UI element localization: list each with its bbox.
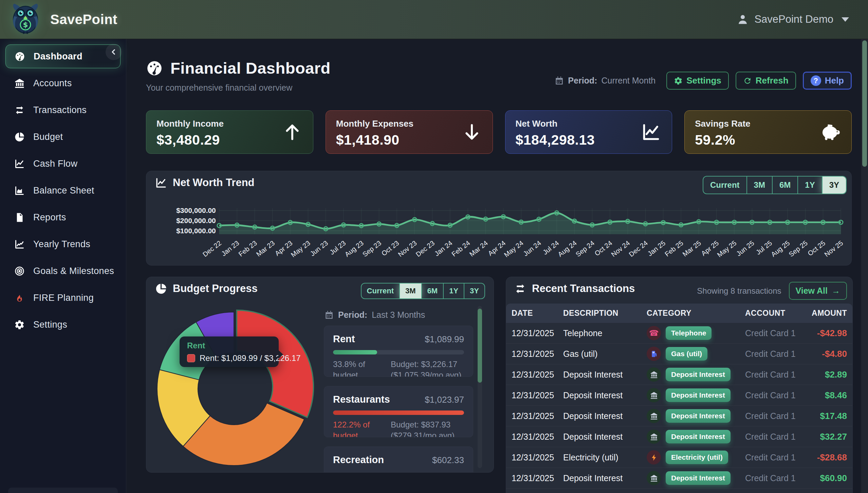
sidebar-item-settings[interactable]: Settings [5, 313, 121, 336]
budget-item-rent: Rent $1,089.99 33.8% of budget Budget: $… [324, 326, 473, 377]
transaction-description: Deposit Interest [563, 473, 647, 483]
svg-text:Nov 24: Nov 24 [610, 239, 631, 258]
help-button-label: Help [825, 75, 844, 86]
budget-percent-label: 122.2% of budget [333, 419, 391, 437]
transaction-date: 12/31/2025 [512, 411, 563, 421]
bank-small-icon [650, 391, 658, 399]
sidebar-item-balance-sheet[interactable]: Balance Sheet [5, 179, 121, 202]
savepoint-owl-logo-icon: $ [10, 3, 41, 36]
question-icon: ? [811, 75, 821, 86]
transaction-row[interactable]: 12/31/2025 Deposit Interest Deposit Inte… [506, 426, 852, 447]
range-button-6m[interactable]: 6M [772, 177, 797, 194]
sidebar-item-reports[interactable]: Reports [5, 205, 121, 229]
transaction-row[interactable]: 12/31/2025 Deposit Interest Deposit Inte… [506, 406, 852, 426]
chart-line-icon [641, 122, 661, 142]
svg-text:$100,000.00: $100,000.00 [176, 227, 216, 235]
stat-card-monthly-expenses: Monthly Expenses $1,418.90 [326, 110, 493, 154]
chart-area-icon [14, 185, 25, 196]
trend-card-title: Net Worth Trend [173, 177, 255, 189]
budget-items-panel: Period: Last 3 Months Rent $1,089.99 33.… [324, 306, 473, 473]
svg-text:Oct 23: Oct 23 [380, 239, 401, 257]
sidebar-item-yearly-trends[interactable]: Yearly Trends [5, 232, 121, 256]
svg-text:Sep 25: Sep 25 [787, 239, 809, 258]
recent-transactions-card: Recent Transactions Showing 8 transactio… [506, 277, 853, 493]
category-badge: Deposit Interest [666, 471, 731, 485]
chart-line-icon [14, 158, 25, 169]
svg-text:Oct 25: Oct 25 [806, 239, 827, 257]
sidebar-item-goals-milestones[interactable]: Goals & Milestones [5, 259, 121, 283]
range-button-3m[interactable]: 3M [399, 284, 421, 298]
range-button-1y[interactable]: 1Y [797, 177, 821, 194]
stat-card-monthly-income: Monthly Income $3,480.29 [146, 110, 313, 154]
category-badge: Deposit Interest [666, 388, 731, 402]
sidebar-item-fire-planning[interactable]: FIRE Planning [5, 286, 121, 310]
svg-text:Oct 24: Oct 24 [593, 239, 613, 257]
category-badge: Deposit Interest [666, 430, 731, 443]
svg-text:Jun 23: Jun 23 [309, 239, 329, 257]
flame-icon [14, 292, 25, 304]
settings-button[interactable]: Settings [666, 72, 729, 90]
transaction-row[interactable]: 12/31/2025 Deposit Interest Deposit Inte… [506, 468, 852, 489]
sidebar-collapse-button[interactable] [106, 44, 122, 60]
page-scrollbar-thumb[interactable] [862, 40, 867, 167]
budget-item-recreation: Recreation $602.33 [324, 446, 473, 473]
range-button-current[interactable]: Current [362, 284, 399, 298]
transaction-row[interactable]: 12/31/2025 Deposit Interest Deposit Inte… [506, 364, 852, 385]
range-button-current[interactable]: Current [703, 177, 746, 194]
svg-text:Jan 25: Jan 25 [646, 239, 667, 257]
svg-text:Mar 24: Mar 24 [468, 239, 490, 258]
budget-donut-chart[interactable] [146, 306, 324, 473]
view-all-button[interactable]: View All → [789, 282, 847, 300]
svg-text:Feb 23: Feb 23 [237, 239, 258, 258]
transaction-account: Credit Card 1 [745, 328, 812, 338]
sidebar-item-budget[interactable]: Budget [5, 125, 121, 149]
budget-scrollbar-thumb[interactable] [478, 309, 482, 383]
stat-card-label: Savings Rate [695, 118, 841, 129]
transaction-row[interactable]: 12/31/2025 Electricity (util) Electricit… [506, 447, 852, 468]
refresh-icon [743, 76, 752, 85]
page-scrollbar[interactable] [861, 39, 868, 493]
brand-name: SavePoint [50, 12, 117, 27]
range-button-6m[interactable]: 6M [421, 284, 443, 298]
help-button[interactable]: ? Help [803, 72, 852, 90]
transaction-row[interactable]: 12/31/2025 Deposit Interest Deposit Inte… [506, 385, 852, 406]
piggy-icon [821, 122, 841, 142]
transfer-icon [514, 283, 526, 295]
transaction-amount: $60.90 [812, 473, 847, 483]
svg-text:Sep 24: Sep 24 [574, 239, 596, 258]
transaction-row[interactable]: 12/31/2025 Gas (util) Gas (util) Credit … [506, 344, 852, 364]
tooltip-title: Rent [187, 341, 279, 350]
transaction-amount: -$4.80 [812, 349, 847, 359]
stat-card-value: 59.2% [695, 132, 841, 148]
sidebar-item-accounts[interactable]: Accounts [5, 71, 121, 95]
range-button-1y[interactable]: 1Y [443, 284, 464, 298]
gear-icon [674, 76, 683, 85]
arrow-down-icon [462, 122, 482, 142]
pie-icon [155, 283, 167, 295]
transaction-description: Telephone [563, 328, 647, 338]
svg-text:Sep 23: Sep 23 [361, 239, 383, 258]
budget-item-restaurants: Restaurants $1,023.97 122.2% of budget B… [324, 386, 473, 437]
range-button-3y[interactable]: 3Y [464, 284, 484, 298]
caret-down-icon [842, 17, 849, 22]
transactions-table-header: DATE DESCRIPTION CATEGORY ACCOUNT AMOUNT [506, 304, 852, 323]
sidebar-item-cash-flow[interactable]: Cash Flow [5, 152, 121, 176]
budget-scrollbar[interactable] [478, 306, 482, 468]
transaction-row[interactable]: 12/31/2025 Telephone ☎ Telephone Credit … [506, 323, 852, 344]
target-icon [14, 265, 25, 277]
user-menu[interactable]: SavePoint Demo [737, 13, 849, 25]
trend-range-selector: Current3M6M1Y3Y [703, 176, 847, 194]
refresh-button[interactable]: Refresh [736, 72, 796, 90]
sidebar-item-transactions[interactable]: Transactions [5, 98, 121, 122]
sidebar-item-dashboard[interactable]: Dashboard [5, 44, 121, 68]
transaction-amount: $2.89 [812, 369, 847, 380]
page-title: Financial Dashboard [170, 59, 331, 77]
svg-text:Nov 25: Nov 25 [823, 239, 844, 258]
svg-text:Jun 24: Jun 24 [522, 239, 542, 257]
range-button-3y[interactable]: 3Y [822, 177, 846, 194]
transaction-date: 12/31/2025 [512, 453, 563, 462]
user-icon [737, 13, 749, 25]
transaction-account: Credit Card 1 [745, 432, 812, 442]
range-button-3m[interactable]: 3M [746, 177, 772, 194]
transfer-icon [14, 104, 25, 116]
